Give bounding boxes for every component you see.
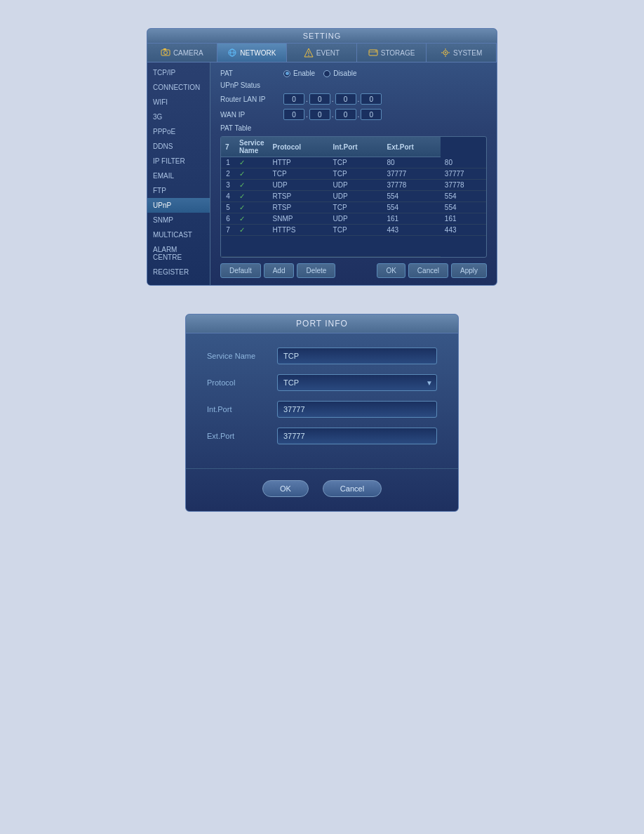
protocol-select-wrap: TCP UDP ▼ (277, 374, 437, 391)
dialog-title: PORT INFO (186, 315, 458, 333)
table-row[interactable]: 3 ✓ UDP UDP 37778 37778 (221, 180, 486, 191)
tab-bar: CAMERA NETWORK EVENT STORAGE (147, 44, 497, 62)
add-button[interactable]: Add (264, 263, 295, 278)
row-num: 7 (221, 225, 235, 236)
sidebar-item-tcpip[interactable]: TCP/IP (147, 65, 210, 80)
sidebar-item-ipfilter[interactable]: IP FILTER (147, 154, 210, 168)
row-protocol: UDP (329, 180, 383, 191)
protocol-label: Protocol (207, 378, 277, 387)
row-service: TCP (269, 168, 329, 180)
sidebar-item-pppoe[interactable]: PPPoE (147, 124, 210, 139)
wan-ip-0[interactable] (283, 109, 304, 120)
row-protocol: UDP (329, 191, 383, 202)
row-num: 4 (221, 191, 235, 202)
wan-ip-row: WAN IP . . . (220, 109, 487, 120)
protocol-select[interactable]: TCP UDP (277, 374, 437, 391)
setting-panel: SETTING CAMERA NETWORK EVEN (147, 28, 497, 286)
router-lan-ip-2[interactable] (335, 93, 356, 105)
row-service: RTSP (269, 202, 329, 213)
sidebar-item-snmp[interactable]: SNMP (147, 213, 210, 227)
row-ext-port: 37778 (441, 180, 486, 191)
btn-group-right: OK Cancel Apply (377, 263, 487, 278)
dialog-ok-button[interactable]: OK (262, 480, 309, 497)
enable-radio[interactable] (283, 70, 290, 77)
disable-radio[interactable] (323, 70, 330, 77)
row-int-port: 554 (382, 202, 440, 213)
wan-ip-3[interactable] (361, 109, 382, 120)
sidebar-item-wifi[interactable]: WIFI (147, 95, 210, 110)
pat-enable-option[interactable]: Enable (283, 70, 315, 77)
tab-system[interactable]: SYSTEM (427, 44, 497, 62)
row-protocol: TCP (329, 202, 383, 213)
pat-disable-option[interactable]: Disable (323, 70, 356, 77)
row-ext-port: 554 (441, 202, 486, 213)
sidebar-item-alarmcentre[interactable]: ALARM CENTRE (147, 242, 210, 265)
sidebar-item-multicast[interactable]: MULTICAST (147, 227, 210, 242)
int-port-input[interactable] (277, 401, 437, 418)
sidebar-item-ftp[interactable]: FTP (147, 183, 210, 198)
row-ext-port: 161 (441, 213, 486, 225)
cancel-button[interactable]: Cancel (408, 263, 448, 278)
system-icon (441, 48, 450, 58)
dialog-footer: OK Cancel (186, 468, 458, 511)
pat-table-container: 7 Service Name Protocol Int.Port Ext.Por… (220, 136, 487, 258)
svg-point-13 (445, 52, 446, 53)
table-row[interactable]: 4 ✓ RTSP UDP 554 554 (221, 191, 486, 202)
ok-button[interactable]: OK (377, 263, 405, 278)
event-icon (304, 48, 314, 58)
apply-button[interactable]: Apply (451, 263, 487, 278)
default-button[interactable]: Default (220, 263, 261, 278)
service-name-label: Service Name (207, 352, 277, 360)
button-bar: Default Add Delete OK Cancel Apply (220, 263, 487, 278)
row-service: HTTP (269, 157, 329, 168)
sidebar-item-ddns[interactable]: DDNS (147, 139, 210, 154)
row-check: ✓ (235, 213, 269, 225)
table-row[interactable]: 1 ✓ HTTP TCP 80 80 (221, 157, 486, 168)
tab-storage[interactable]: STORAGE (357, 44, 427, 62)
row-int-port: 443 (382, 225, 440, 236)
tab-network[interactable]: NETWORK (217, 44, 288, 62)
tab-event[interactable]: EVENT (287, 44, 357, 62)
wan-ip-1[interactable] (309, 109, 330, 120)
sidebar-item-upnp[interactable]: UPnP (147, 198, 210, 213)
table-row[interactable]: 6 ✓ SNMP UDP 161 161 (221, 213, 486, 225)
ext-port-input[interactable] (277, 428, 437, 444)
tab-camera[interactable]: CAMERA (147, 44, 217, 62)
sidebar-item-connection[interactable]: CONNECTION (147, 80, 210, 95)
dialog-content: Service Name Protocol TCP UDP ▼ Int.Port… (186, 333, 458, 468)
row-check: ✓ (235, 157, 269, 168)
col-num: 7 (221, 137, 235, 157)
service-name-input[interactable] (277, 348, 437, 364)
table-row[interactable]: 2 ✓ TCP TCP 37777 37777 (221, 168, 486, 180)
row-ext-port: 37777 (441, 168, 486, 180)
row-check: ✓ (235, 180, 269, 191)
svg-point-8 (308, 55, 309, 56)
sidebar-item-3g[interactable]: 3G (147, 110, 210, 124)
router-lan-ip-3[interactable] (361, 93, 382, 105)
row-protocol: UDP (329, 213, 383, 225)
tab-system-label: SYSTEM (453, 49, 482, 57)
setting-title: SETTING (147, 29, 497, 44)
delete-button[interactable]: Delete (297, 263, 335, 278)
wan-ip-input-group: . . . (283, 109, 382, 120)
svg-point-1 (163, 51, 167, 55)
tab-network-label: NETWORK (240, 49, 276, 57)
row-int-port: 80 (382, 157, 440, 168)
sidebar-item-register[interactable]: REGISTER (147, 265, 210, 279)
table-row[interactable]: 7 ✓ HTTPS TCP 443 443 (221, 225, 486, 236)
int-port-row: Int.Port (207, 401, 437, 418)
table-row[interactable]: 5 ✓ RTSP TCP 554 554 (221, 202, 486, 213)
dialog-cancel-button[interactable]: Cancel (323, 480, 382, 497)
tab-event-label: EVENT (316, 49, 340, 57)
svg-point-11 (375, 51, 377, 52)
pat-label: PAT (220, 70, 283, 77)
col-ext-port: Ext.Port (382, 137, 440, 157)
sidebar-item-email[interactable]: EMAIL (147, 168, 210, 183)
row-check: ✓ (235, 225, 269, 236)
router-lan-ip-0[interactable] (283, 93, 304, 105)
router-lan-ip-1[interactable] (309, 93, 330, 105)
wan-ip-2[interactable] (335, 109, 356, 120)
row-ext-port: 80 (441, 157, 486, 168)
row-int-port: 37778 (382, 180, 440, 191)
row-service: SNMP (269, 213, 329, 225)
